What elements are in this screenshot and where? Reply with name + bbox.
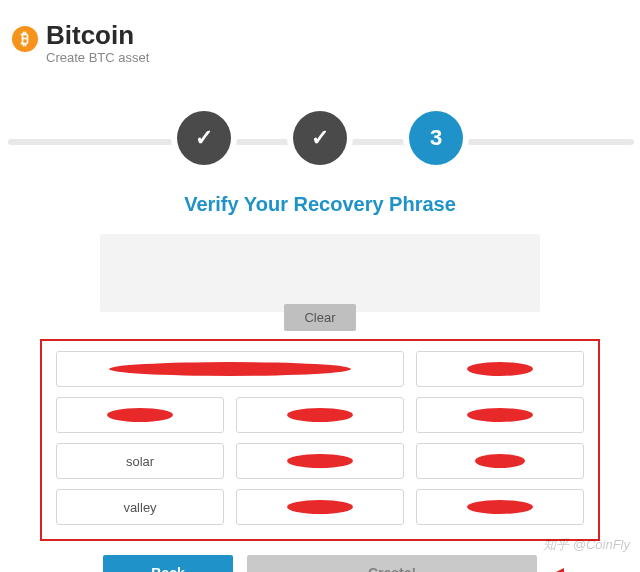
word-option-1[interactable] <box>56 351 404 387</box>
word-option-7[interactable] <box>236 443 404 479</box>
progress-step-3: 3 <box>409 111 463 165</box>
word-option-8[interactable] <box>416 443 584 479</box>
redaction-mark <box>287 454 353 468</box>
word-option-9[interactable]: valley <box>56 489 224 525</box>
redaction-mark <box>475 454 525 468</box>
word-option-2[interactable] <box>416 351 584 387</box>
word-option-6[interactable]: solar <box>56 443 224 479</box>
create-button[interactable]: Create! <box>247 555 537 572</box>
word-option-3[interactable] <box>56 397 224 433</box>
svg-marker-1 <box>552 568 564 572</box>
word-option-4[interactable] <box>236 397 404 433</box>
redaction-mark <box>107 408 173 422</box>
progress-step-1: ✓ <box>177 111 231 165</box>
redaction-mark <box>109 362 351 376</box>
progress-step-2: ✓ <box>293 111 347 165</box>
redaction-mark <box>287 500 353 514</box>
word-selection-annotation-box: solarvalley <box>40 339 600 541</box>
redaction-mark <box>467 408 533 422</box>
word-option-5[interactable] <box>416 397 584 433</box>
clear-button[interactable]: Clear <box>284 304 355 331</box>
word-option-11[interactable] <box>416 489 584 525</box>
word-option-10[interactable] <box>236 489 404 525</box>
page-subtitle: Create BTC asset <box>46 50 149 65</box>
bitcoin-logo-icon: ₿ <box>12 26 38 52</box>
selected-phrase-display <box>100 234 540 312</box>
redaction-mark <box>467 500 533 514</box>
page-title: Bitcoin <box>46 22 149 48</box>
back-button[interactable]: Back <box>103 555 233 572</box>
section-heading: Verify Your Recovery Phrase <box>0 193 640 216</box>
redaction-mark <box>287 408 353 422</box>
watermark: 知乎 @CoinFly <box>543 536 630 554</box>
annotation-arrow-icon <box>550 565 610 572</box>
redaction-mark <box>467 362 533 376</box>
